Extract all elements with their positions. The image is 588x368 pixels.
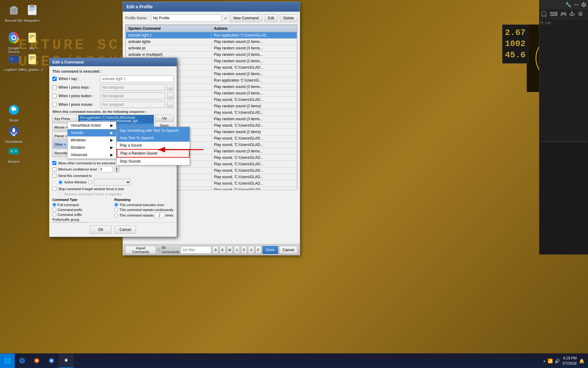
full-command-radio[interactable] — [52, 203, 56, 207]
repeat-times-label: This command repeats — [119, 213, 154, 217]
chrome-icon — [6, 30, 21, 45]
stop-tts-item[interactable]: Stop Text-To-Speech — [117, 134, 190, 142]
desktop-icon-test[interactable]: test — [20, 29, 44, 51]
taskbar-settings[interactable] — [59, 354, 74, 368]
keys-label: When I press keys : — [58, 85, 98, 90]
say-checkbox[interactable] — [52, 77, 57, 81]
min-confidence-checkbox[interactable] — [52, 167, 56, 171]
cancel-dialog-button[interactable]: Cancel — [115, 226, 136, 234]
active-window-radio[interactable] — [58, 180, 62, 184]
menu-voiceattack-action[interactable]: VoiceAttack Action ▶ — [68, 122, 116, 129]
action-cell: Play sound, 'C:\Users\GLAD... — [211, 167, 297, 174]
repeat-continuous-row: This command repeats continuously — [114, 208, 174, 212]
mouse-input[interactable] — [100, 101, 165, 108]
minimize-icon[interactable]: — — [574, 2, 579, 8]
command-suffix-radio[interactable] — [52, 213, 56, 217]
action-cell: Play sound, 'C:\Users\GLAD... — [211, 109, 297, 116]
delete-button[interactable]: Delete — [280, 14, 297, 22]
command-prefix-radio[interactable] — [52, 208, 56, 212]
taskbar-mediaplayer[interactable] — [29, 354, 44, 368]
taskbar-ie[interactable] — [15, 354, 29, 368]
desktop-icon-test-glados[interactable]: test_glados...2 — [20, 51, 44, 73]
edit-button[interactable]: Edit — [265, 14, 278, 22]
send-command-label: Send this command to — [58, 174, 92, 178]
filter-j-button[interactable]: J — [234, 246, 240, 254]
keys-checkbox[interactable] — [52, 85, 57, 90]
allow-concurrent-checkbox[interactable] — [52, 161, 56, 165]
keys-assign-button[interactable]: ... — [167, 84, 174, 91]
menu-windows[interactable]: Windows ▶ — [68, 136, 116, 144]
volume-icon[interactable]: 🔊 — [555, 358, 560, 363]
col-spoken-command: Spoken Command — [126, 25, 212, 32]
repeat-continuous-label: This command repeats continuously — [119, 208, 173, 212]
confidence-down[interactable]: ▼ — [115, 169, 119, 172]
desktop-icon-voiceattack[interactable]: VoiceAttack — [2, 123, 26, 145]
keys-input[interactable] — [100, 84, 165, 91]
stop-focus-row: Stop command if target window focus is l… — [52, 187, 174, 191]
profile-name-input[interactable] — [151, 14, 221, 22]
execute-once-radio[interactable] — [114, 203, 118, 207]
repeating-label: Repeating — [114, 198, 174, 201]
say-something-item[interactable]: Say Something with Text-To-Speech — [117, 127, 190, 134]
profile-name-label: Profile Name : — [125, 16, 149, 20]
filter-f-button[interactable]: F — [255, 246, 261, 254]
taskbar-chrome[interactable] — [44, 354, 59, 368]
other-window-radio[interactable] — [88, 180, 92, 184]
say-input[interactable] — [100, 75, 174, 82]
table-row[interactable]: activate vr (multipart)Play random sound… — [126, 52, 297, 58]
filter-x-button[interactable]: X — [248, 246, 254, 254]
desktop-icon-notepad[interactable]: Notepad++ — [20, 2, 44, 24]
window-select[interactable] — [94, 179, 131, 186]
filter-input[interactable] — [181, 246, 211, 254]
wrench-icon[interactable]: 🔧 — [565, 2, 571, 8]
import-commands-button[interactable]: Import Commands — [125, 246, 156, 254]
menu-advanced[interactable]: Advanced ▶ — [68, 151, 116, 159]
send-command-checkbox[interactable] — [52, 174, 56, 178]
desktop-icon-arduino[interactable]: Arduino — [2, 143, 26, 165]
resume-focus-checkbox[interactable] — [58, 192, 62, 196]
filter-k-button[interactable]: K — [220, 246, 225, 254]
done-button[interactable]: Done — [262, 246, 278, 254]
tray-expand-icon[interactable]: ▲ — [543, 359, 546, 362]
button-input[interactable] — [100, 93, 165, 99]
filter-s-button[interactable]: S — [213, 246, 218, 254]
new-command-button[interactable]: New Command — [230, 14, 262, 22]
confidence-value-input[interactable] — [99, 166, 113, 172]
table-row[interactable]: activate lightsPlay random sound (2 item… — [126, 39, 297, 45]
menu-dictation[interactable]: Dictation ▶ — [68, 144, 116, 151]
cancel-main-button[interactable]: Cancel — [279, 246, 297, 254]
clock-time: 4:19 PM — [562, 356, 577, 361]
repeat-continuous-radio[interactable] — [114, 208, 118, 212]
notification-icon[interactable]: 🔔 — [579, 358, 584, 363]
windows-logo-icon — [4, 358, 10, 364]
menu-sounds[interactable]: Sounds ▶ — [68, 129, 116, 136]
table-row[interactable]: activate pcPlay random sound (3 items... — [126, 45, 297, 52]
stop-focus-checkbox[interactable] — [52, 187, 56, 191]
power-icon[interactable]: ⏻ — [581, 2, 586, 8]
up-button[interactable]: Up — [155, 115, 174, 121]
button-checkbox[interactable] — [52, 94, 57, 98]
headset-icon: 🎧 — [541, 11, 547, 17]
start-button[interactable] — [0, 354, 15, 368]
when-press-button-row: When I press button : ... — [52, 93, 174, 99]
filter-m-button[interactable]: M — [227, 246, 233, 254]
confidence-up[interactable]: ▲ — [115, 166, 119, 169]
repeat-times-radio[interactable] — [114, 213, 118, 217]
command-cell: activate lights — [126, 39, 212, 45]
repeat-times-input[interactable] — [155, 213, 164, 218]
gamepad-icon: 🎮 — [560, 11, 567, 17]
mouse-assign-button[interactable]: ... — [167, 101, 174, 108]
button-assign-button[interactable]: ... — [167, 93, 174, 99]
command-suffix-radio-row: Command suffix — [52, 213, 112, 217]
stop-sounds-item[interactable]: Stop Sounds — [117, 158, 190, 165]
table-row[interactable]: activate light 1Run application 'C:\User… — [126, 32, 297, 39]
confidence-spinner[interactable]: ▲ ▼ — [115, 166, 119, 172]
svg-point-24 — [11, 59, 13, 60]
ok-button[interactable]: OK — [90, 226, 111, 234]
filter-p-button[interactable]: P — [241, 246, 247, 254]
action-cell: Play random sound (3 items... — [211, 52, 297, 58]
mouse-checkbox[interactable] — [52, 102, 57, 107]
svg-rect-11 — [31, 5, 33, 6]
desktop-icon-skype[interactable]: Skype — [2, 101, 26, 123]
sys-panel-scroll[interactable]: ht_1.py' — [539, 19, 588, 142]
